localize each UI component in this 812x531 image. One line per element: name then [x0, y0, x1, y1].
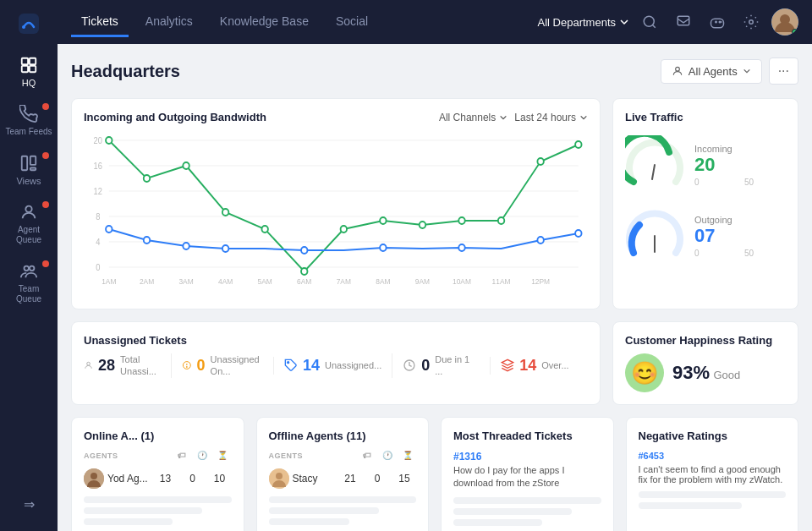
sidebar-item-team-feeds[interactable]: Team Feeds [0, 96, 58, 145]
svg-point-11 [30, 266, 34, 271]
svg-rect-6 [22, 156, 27, 171]
unassigned-tagged-stat: 14 Unassigned... [273, 357, 392, 375]
svg-text:10AM: 10AM [453, 277, 471, 286]
placeholder-row [269, 507, 380, 514]
sidebar-item-views[interactable]: Views [0, 145, 58, 194]
sidebar-item-hq-label: HQ [22, 78, 36, 88]
sidebar-item-agent-queue-label: AgentQueue [16, 225, 41, 245]
negative-rating-ticket-desc: I can't seem to find a good enough fix f… [639, 464, 787, 484]
incoming-label: Incoming [694, 144, 754, 154]
svg-point-39 [222, 209, 228, 216]
bandwidth-card-title: Incoming and Outgoing Bandwidth [84, 111, 432, 123]
offline-agents-header: AGENTS 🏷 🕐 ⏳ [269, 451, 417, 460]
svg-rect-5 [30, 66, 36, 72]
svg-text:1AM: 1AM [102, 277, 116, 286]
agent-avatar [84, 468, 104, 489]
svg-point-72 [87, 363, 91, 366]
svg-point-48 [575, 141, 581, 148]
nav-tab-knowledge-base[interactable]: Knowledge Base [210, 8, 319, 37]
sidebar-item-views-label: Views [16, 176, 41, 186]
svg-point-53 [301, 247, 307, 254]
department-selector[interactable]: All Departments [538, 16, 629, 29]
bottom-row: Online A... (1) AGENTS 🏷 🕐 ⏳ Yod Ag... 1… [71, 417, 798, 531]
outgoing-gauge-axis: 0 50 [694, 249, 754, 258]
placeholder-row [84, 496, 232, 503]
svg-text:9AM: 9AM [415, 277, 430, 286]
offline-hourglass-col-icon: ⏳ [399, 451, 416, 460]
more-options-button[interactable]: ··· [769, 57, 798, 85]
offline-agent-row: Stacy 21 0 15 [269, 465, 417, 492]
agents-filter-icon [672, 65, 683, 77]
views-icon [19, 154, 38, 172]
most-threaded-ticket-desc: How do I pay for the apps I download fro… [453, 464, 601, 490]
happiness-content: 😊 93% Good [625, 353, 786, 392]
bandwidth-chart: 20 16 12 8 4 0 [84, 132, 588, 297]
offline-clock-col-icon: 🕐 [379, 451, 396, 460]
ticket-stats: 28 Total Unassi... 0 Unassigned On... 14… [84, 353, 588, 378]
sidebar-item-agent-queue[interactable]: AgentQueue [0, 194, 58, 254]
svg-point-56 [537, 237, 543, 244]
settings-button[interactable] [738, 8, 765, 36]
happiness-stats: 93% Good [672, 362, 740, 384]
outgoing-label: Outgoing [694, 215, 754, 225]
svg-rect-7 [30, 156, 36, 165]
time-filter-button[interactable]: Last 24 hours [514, 112, 588, 123]
svg-point-46 [498, 217, 504, 224]
all-agents-button[interactable]: All Agents [661, 59, 762, 84]
unassigned-tagged-icon [284, 359, 298, 372]
sidebar-item-hq[interactable]: HQ [0, 47, 58, 96]
nav-tab-tickets[interactable]: Tickets [71, 8, 129, 37]
svg-text:8AM: 8AM [376, 277, 390, 286]
svg-text:20: 20 [94, 136, 102, 145]
search-button[interactable] [636, 8, 663, 36]
incoming-gauge: Incoming 20 0 50 [625, 135, 786, 194]
user-avatar[interactable] [771, 8, 798, 36]
total-unassigned-stat: 28 Total Unassi... [84, 353, 171, 378]
svg-point-1 [22, 25, 25, 29]
svg-rect-4 [22, 66, 28, 72]
svg-point-10 [25, 266, 30, 271]
svg-point-76 [288, 362, 289, 364]
team-feeds-badge [42, 103, 49, 110]
main-content: Tickets Analytics Knowledge Base Social … [58, 0, 812, 531]
placeholder-row [84, 507, 202, 514]
svg-text:2AM: 2AM [140, 277, 154, 286]
nav-tab-analytics[interactable]: Analytics [135, 8, 203, 37]
most-threaded-title: Most Threaded Tickets [453, 430, 601, 442]
svg-text:16: 16 [94, 161, 102, 171]
svg-point-57 [575, 230, 581, 237]
svg-rect-15 [711, 19, 724, 28]
page-body: Headquarters All Agents ··· Incoming and… [58, 44, 812, 531]
channels-filter-button[interactable]: All Channels [439, 112, 508, 123]
negative-ratings-card: Negative Ratings #6453 I can't seem to f… [626, 417, 799, 531]
settings-icon [743, 14, 759, 30]
sidebar-expand-button[interactable]: ⇒ [0, 487, 58, 521]
svg-line-70 [652, 165, 655, 179]
notifications-button[interactable] [670, 8, 697, 36]
svg-point-23 [675, 67, 679, 71]
svg-text:4AM: 4AM [218, 277, 233, 286]
svg-point-36 [106, 137, 112, 144]
svg-text:11AM: 11AM [492, 277, 511, 286]
channels-dropdown-icon [499, 113, 508, 122]
gamepad-button[interactable] [704, 8, 731, 36]
sidebar-item-team-feeds-label: Team Feeds [5, 127, 52, 137]
svg-point-43 [380, 217, 386, 224]
live-traffic-title: Live Traffic [625, 111, 786, 123]
nav-tab-social[interactable]: Social [326, 8, 378, 37]
hourglass-col-icon: ⏳ [215, 451, 232, 460]
due-stat: 0 Due in 1 ... [392, 353, 490, 378]
svg-point-38 [183, 162, 189, 169]
sidebar-item-team-queue[interactable]: TeamQueue [0, 254, 58, 313]
gauge-section: Incoming 20 0 50 [625, 135, 786, 266]
happiness-smiley-icon: 😊 [625, 353, 664, 392]
total-unassigned-icon [84, 359, 93, 372]
agents-table-header: AGENTS 🏷 🕐 ⏳ [84, 451, 232, 460]
happiness-title: Customer Happiness Rating [625, 334, 786, 347]
views-badge [42, 152, 49, 159]
sidebar-item-team-queue-label: TeamQueue [16, 284, 41, 304]
online-agents-title: Online A... (1) [84, 430, 232, 442]
svg-point-79 [91, 473, 97, 479]
incoming-gauge-axis: 0 50 [694, 178, 754, 187]
placeholder-row [639, 502, 742, 509]
